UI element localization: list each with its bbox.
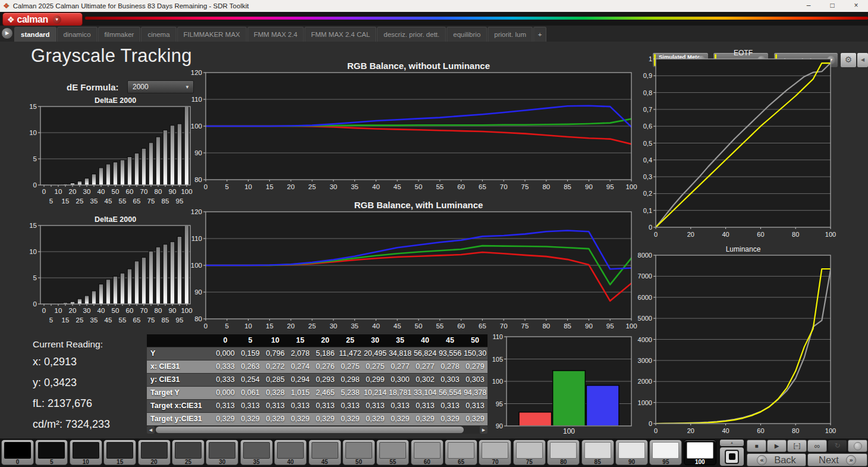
patch-button-85[interactable]: 85 — [581, 440, 614, 465]
svg-text:5: 5 — [33, 274, 37, 281]
svg-text:110: 110 — [492, 333, 503, 340]
scroll-right-icon[interactable]: ▶ — [480, 426, 488, 434]
stop-button[interactable]: ■ — [747, 440, 766, 452]
svg-text:20: 20 — [287, 322, 295, 330]
patch-button-80[interactable]: 80 — [547, 440, 580, 465]
table-scrollbar[interactable]: ◀ ▶ — [147, 426, 488, 434]
patch-button-0[interactable]: 0 — [1, 440, 34, 465]
patch-button-25[interactable]: 25 — [172, 440, 205, 465]
extra-mode-button[interactable] — [848, 440, 867, 452]
patch-button-30[interactable]: 30 — [206, 440, 238, 465]
svg-text:95: 95 — [606, 183, 614, 190]
tab-scroll-button[interactable]: ▶ — [1, 27, 13, 39]
patch-button-5[interactable]: 5 — [35, 440, 68, 465]
patch-button-65[interactable]: 65 — [445, 440, 477, 465]
collapse-panel-button[interactable]: ◀ — [857, 52, 868, 68]
table-cell: 20 — [313, 334, 338, 347]
tab-filmmaker-max[interactable]: FILMMAKER MAX — [177, 27, 247, 42]
gray-swatch — [209, 442, 235, 459]
patch-button-15[interactable]: 15 — [103, 440, 136, 465]
scrollbar-thumb[interactable] — [156, 427, 464, 433]
next-button[interactable]: Next » — [807, 453, 867, 466]
maximize-button[interactable]: □ — [820, 0, 844, 12]
svg-text:10: 10 — [29, 129, 37, 136]
svg-text:0: 0 — [654, 427, 658, 434]
back-button[interactable]: « Back — [747, 453, 806, 466]
svg-text:0,7: 0,7 — [643, 106, 652, 113]
tab-descriz-prior-dett[interactable]: descriz. prior. dett. — [377, 27, 446, 42]
gray-swatch — [584, 442, 611, 459]
measure-range-button[interactable]: [−] — [787, 440, 807, 452]
svg-text:10: 10 — [244, 183, 252, 190]
table-cell: 0,329 — [313, 413, 338, 425]
svg-text:5: 5 — [49, 316, 53, 324]
patch-label: 80 — [548, 459, 579, 466]
svg-text:0,5: 0,5 — [643, 140, 652, 147]
svg-text:40: 40 — [98, 188, 105, 195]
patch-button-100[interactable]: 100 — [684, 440, 716, 465]
window-title: Calman 2025 Calman Ultimate for Business… — [13, 2, 249, 10]
gray-swatch — [652, 442, 679, 459]
svg-text:15: 15 — [62, 316, 70, 324]
table-cell: 0,275 — [338, 361, 363, 373]
patch-button-10[interactable]: 10 — [70, 440, 102, 465]
patch-strip-up-button[interactable]: ▲ — [720, 440, 744, 446]
patch-button-60[interactable]: 60 — [411, 440, 444, 465]
patch-button-75[interactable]: 75 — [513, 440, 546, 465]
svg-text:0,9: 0,9 — [643, 72, 652, 79]
play-button[interactable]: ▶ — [767, 440, 787, 452]
svg-text:4000: 4000 — [638, 336, 652, 343]
chevron-up-icon: ▲ — [730, 441, 734, 444]
table-cell: 0,278 — [438, 361, 463, 373]
patch-label: 15 — [104, 459, 136, 466]
loop-measure-button[interactable]: ↻ — [828, 440, 847, 452]
svg-text:EOTF: EOTF — [734, 49, 753, 57]
stop-icon: ■ — [754, 443, 758, 449]
patch-button-95[interactable]: 95 — [649, 440, 682, 465]
calman-logo-menu[interactable]: ❖ calman ▼ — [2, 12, 83, 26]
patch-button-45[interactable]: 45 — [309, 440, 341, 465]
luminance-chart: 010002000300040005000600070008000Luminan… — [636, 245, 838, 438]
table-cell: 0,329 — [463, 413, 488, 425]
tab-equilibrio[interactable]: equilibrio — [446, 27, 487, 42]
patch-button-40[interactable]: 40 — [274, 440, 307, 465]
svg-text:100: 100 — [492, 378, 503, 385]
calman-diamond-icon: ❖ — [7, 15, 15, 24]
svg-text:0,3: 0,3 — [643, 173, 652, 180]
gray-swatch — [345, 442, 372, 459]
tab-fmm-max-2-4[interactable]: FMM MAX 2.4 — [247, 27, 304, 42]
table-cell: 56,824 — [413, 347, 438, 360]
svg-text:80: 80 — [792, 427, 799, 434]
rgb-balance-without-luminance-chart: 8090100110120RGB Balance, without Lumina… — [188, 57, 639, 195]
patch-button-70[interactable]: 70 — [479, 440, 511, 465]
patch-button-55[interactable]: 55 — [376, 440, 409, 465]
continuous-measure-button[interactable]: ∞ — [807, 440, 827, 452]
tab-priorit-lum[interactable]: priorit. lum — [488, 27, 533, 42]
tab-fmm-max-2-4-cal[interactable]: FMM MAX 2.4 CAL — [304, 27, 376, 42]
svg-text:90: 90 — [194, 289, 202, 296]
add-tab-button[interactable]: + — [533, 27, 546, 42]
settings-gear-button[interactable]: ⚙ — [840, 52, 857, 68]
svg-text:15: 15 — [266, 322, 273, 330]
close-button[interactable]: × — [844, 0, 868, 12]
patch-button-50[interactable]: 50 — [342, 440, 375, 465]
patch-button-90[interactable]: 90 — [615, 440, 648, 465]
tab-cinema[interactable]: cinema — [141, 27, 176, 42]
patch-button-35[interactable]: 35 — [240, 440, 273, 465]
table-cell: 5,186 — [313, 347, 338, 360]
tab-standard[interactable]: standard — [14, 27, 56, 42]
svg-text:95: 95 — [496, 400, 503, 408]
svg-text:20: 20 — [287, 183, 295, 190]
table-cell: 0,298 — [338, 374, 363, 386]
minimize-button[interactable]: – — [797, 0, 820, 12]
table-cell: 0,000 — [213, 387, 238, 399]
scroll-left-icon[interactable]: ◀ — [147, 426, 155, 434]
gray-swatch — [141, 442, 168, 459]
tab-filmmaker[interactable]: filmmaker — [98, 27, 141, 42]
svg-text:100: 100 — [191, 123, 202, 130]
table-row: Target y:CIE310,3290,3290,3290,3290,3290… — [147, 413, 488, 425]
tab-dinamico[interactable]: dinamico — [57, 27, 98, 42]
patch-button-20[interactable]: 20 — [138, 440, 171, 465]
de-formula-dropdown[interactable]: 2000 ▼ — [127, 80, 194, 93]
stop-measurement-button[interactable] — [720, 447, 744, 466]
